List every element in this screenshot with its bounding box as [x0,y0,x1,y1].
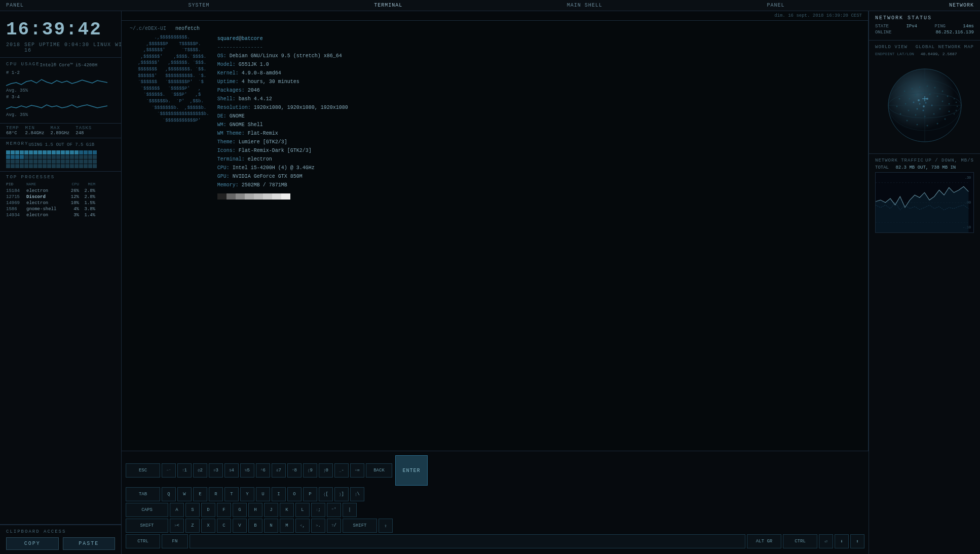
kb-u[interactable]: U [256,487,270,501]
svg-point-24 [936,123,938,125]
kb-enter-icon[interactable]: ⏎ [819,534,833,548]
kb-altgr[interactable]: ALT GR [747,534,781,548]
kb-fn[interactable]: FN [162,534,188,548]
kb-esc[interactable]: ESC [126,463,160,478]
kb-n[interactable]: N [264,519,278,533]
kb-shift-left[interactable]: SHIFT [126,519,168,533]
kb-backslash2[interactable]: | [343,503,357,517]
kb-9[interactable]: (9 [303,463,317,478]
kb-v[interactable]: V [233,519,247,533]
kb-enter[interactable]: ENTER [395,455,428,486]
neofetch-info: squared@batcore --------------- OS: Debi… [217,34,348,200]
kb-tab[interactable]: TAB [126,487,160,501]
kb-row-3: CAPS A S D F G H J K L :; "' | [126,503,864,517]
kb-m[interactable]: M [280,519,294,533]
kb-comma[interactable]: <, [295,519,310,533]
top-bar: PANEL SYSTEM TERMINAL MAIN SHELL PANEL N… [0,0,980,11]
kb-l[interactable]: L [295,503,310,517]
kb-arrow-up-icon[interactable]: ⇧ [379,519,393,533]
nf-cpu: CPU: Intel i5-4200H (4) @ 3.4GHz [217,164,348,172]
kb-r[interactable]: R [209,487,223,501]
kb-slash[interactable]: ?/ [327,519,341,533]
kb-spacebar[interactable] [190,534,745,548]
core-2-avg: Avg. 35% [6,112,115,117]
kb-semicolon[interactable]: :; [311,503,325,517]
svg-point-34 [933,113,934,115]
kb-0[interactable]: )0 [319,463,333,478]
kb-g[interactable]: G [233,503,247,517]
clip-buttons: COPY PASTE [6,537,115,550]
paste-button[interactable]: PASTE [63,537,116,550]
kb-i[interactable]: I [272,487,286,501]
kb-caps[interactable]: CAPS [126,503,168,517]
kb-e[interactable]: E [193,487,207,501]
kb-4[interactable]: $4 [224,463,239,478]
svg-point-44 [925,102,926,104]
kb-minus[interactable]: _- [334,463,349,478]
kb-a[interactable]: A [170,503,184,517]
copy-button[interactable]: COPY [6,537,59,550]
memory-section: MEMORY USING 1.5 OUT OF 7.5 GiB [0,138,121,172]
kb-ctrl-right[interactable]: CTRL [783,534,817,548]
svg-point-42 [913,102,914,103]
kb-tilde[interactable]: ~` [162,463,176,478]
kb-2[interactable]: @2 [193,463,207,478]
temp-label: TEMP [6,126,19,131]
terminal-label: TERMINAL [368,3,408,8]
kb-arrow-up2-icon[interactable]: ⬆ [850,534,864,548]
proc-row-2: 12715 Discord 12% 2.8% [6,194,115,200]
kb-f[interactable]: F [217,503,231,517]
kb-ctrl-left[interactable]: CTRL [126,534,160,548]
cpu-title: CPU USAGE [6,62,40,67]
kb-h[interactable]: H [248,503,262,517]
traffic-total: TOTAL 82.3 MB OUT, 738 MB IN [875,165,974,170]
kb-b[interactable]: B [248,519,262,533]
clock-meta: 2018 SEP 16 UPTIME 0:04:30 LINUX WIRED [6,42,115,53]
kb-k[interactable]: K [280,503,294,517]
kb-7[interactable]: &7 [272,463,286,478]
kb-3[interactable]: #3 [209,463,223,478]
kb-angle[interactable]: >< [170,519,184,533]
network-title: NETWORK STATUS [875,15,974,21]
clipboard-section: CLIPBOARD ACCESS COPY PASTE [0,525,121,554]
kb-6[interactable]: ^6 [256,463,270,478]
kb-q[interactable]: Q [162,487,176,501]
kb-back[interactable]: BACK [366,463,392,478]
terminal-area[interactable]: ~/.c/eDEX-UI neofetch .,$$$$$$$$$$. ,$$$… [122,21,868,495]
kb-equal[interactable]: += [350,463,364,478]
nf-shell: Shell: bash 4.4.12 [217,95,348,103]
kb-rbracket[interactable]: }] [334,487,349,501]
nf-wmtheme: WM Theme: Flat-Remix [217,129,348,138]
kb-shift-right[interactable]: SHIFT [343,519,377,533]
kb-p[interactable]: P [303,487,317,501]
nf-gpu: GPU: NVIDIA GeForce GTX 850M [217,172,348,181]
neofetch-ascii: .,$$$$$$$$$$. ,$$$$$$P T$$$$$P. ,$$$$$$'… [130,34,209,200]
kb-t[interactable]: T [224,487,239,501]
kb-quote[interactable]: "' [327,503,341,517]
cpu-section: CPU USAGE Intel® Core™ i5-4200H # 1-2 Av… [0,58,121,124]
kb-o[interactable]: O [287,487,301,501]
kb-w[interactable]: W [177,487,192,501]
nf-resolution: Resolution: 1920x1080, 1920x1080, 1920x1… [217,103,348,112]
kb-1[interactable]: !1 [177,463,192,478]
core-1-avg: Avg. 35% [6,88,115,93]
svg-point-33 [939,108,940,110]
kb-s[interactable]: S [185,503,200,517]
kb-x[interactable]: X [201,519,215,533]
kb-d[interactable]: D [201,503,215,517]
kb-backslash[interactable]: |\ [350,487,364,501]
temp-row: TEMP 68°C MIN 2.84GHz MAX 2.89GHz TASKS … [0,124,121,138]
kb-z[interactable]: Z [185,519,200,533]
svg-point-10 [903,91,905,92]
net-state-row: STATE IPv4 PING 14ms [875,24,974,29]
svg-point-22 [916,124,918,126]
kb-c[interactable]: C [217,519,231,533]
kb-period[interactable]: >. [311,519,325,533]
kb-arrow-down-icon[interactable]: ⬇ [835,534,849,548]
kb-5[interactable]: %5 [240,463,254,478]
kb-y[interactable]: Y [240,487,254,501]
kb-8[interactable]: *8 [287,463,301,478]
network-label: NETWORK [943,3,980,8]
kb-j[interactable]: J [264,503,278,517]
kb-lbracket[interactable]: {[ [319,487,333,501]
